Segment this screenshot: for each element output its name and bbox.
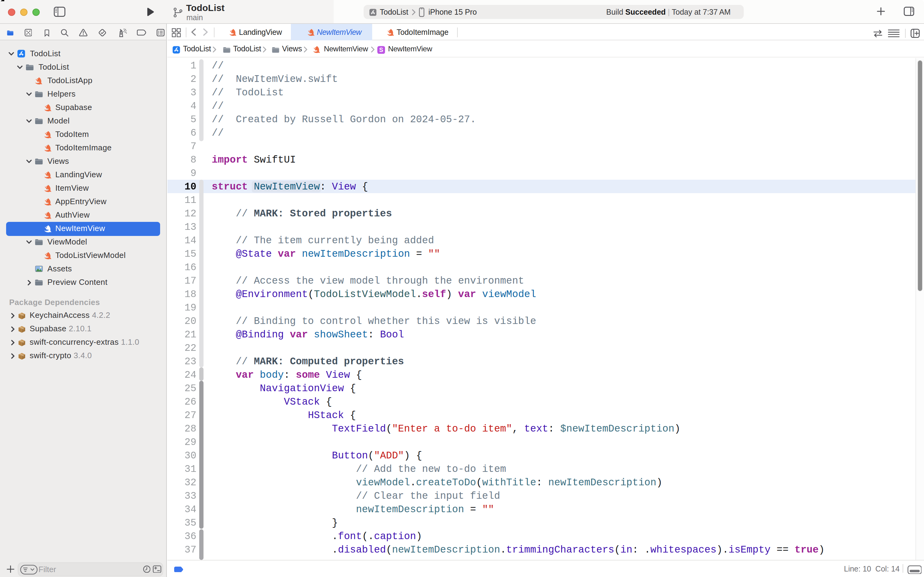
svg-text:S: S: [379, 46, 383, 53]
